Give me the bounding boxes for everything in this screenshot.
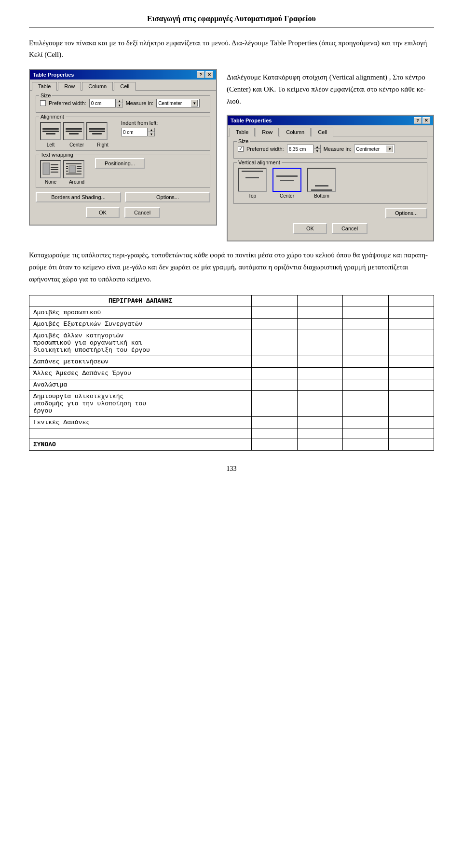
dialog2-bottom-icon[interactable] — [307, 168, 336, 192]
table-row: Αμοιβές άλλων κατηγοριώνπροσωπικού για ο… — [29, 330, 434, 356]
align-line-9 — [92, 133, 102, 134]
dialog2-width-down[interactable]: ▼ — [314, 149, 321, 153]
page-title: Εισαγωγή στις εφαρμογές Αυτοματισμού Γρα… — [29, 14, 434, 27]
dialog2-preferred-width-row: ✓ Preferred width: 6,35 cm ▲ ▼ Measure i… — [238, 145, 423, 153]
dialog2-ok-btn[interactable]: OK — [293, 223, 327, 234]
dialog2-close-btn[interactable]: ✕ — [422, 117, 430, 124]
dialog1-width-up[interactable]: ▲ — [116, 99, 123, 103]
dialog2-tab-cell[interactable]: Cell — [312, 128, 333, 136]
dialog1-preferred-width-row: Preferred width: 0 cm ▲ ▼ Measure in: Ce… — [40, 99, 206, 107]
dialog1-wrap-around-icon[interactable] — [63, 160, 84, 178]
dialog1-center-label: Center — [66, 142, 87, 147]
table-cell — [388, 416, 434, 428]
dialog2-width-up[interactable]: ▲ — [314, 145, 321, 149]
dialog1-preferred-width-checkbox[interactable] — [40, 100, 46, 106]
dialog1-indent-up[interactable]: ▲ — [148, 128, 155, 132]
table-properties-dialog-1[interactable]: Table Properties ? ✕ Table Row Column Ce… — [29, 69, 217, 226]
dialog1-cancel-btn[interactable]: Cancel — [124, 207, 160, 218]
dialog2-measure-value: Centimeter — [356, 147, 380, 152]
table-cell — [297, 390, 342, 416]
dialog1-measure-arrow[interactable]: ▼ — [191, 100, 198, 107]
dialog1-ok-btn[interactable]: OK — [86, 207, 120, 218]
dialog1-align-icons-area: Left Center Right — [40, 120, 113, 147]
v-line-1 — [242, 171, 263, 172]
dialog2-top-icon[interactable] — [238, 168, 267, 192]
dialog1-wrap-none-icon[interactable] — [40, 160, 61, 178]
dialog1-borders-btn[interactable]: Borders and Shading... — [36, 192, 121, 202]
dialog1-tab-cell[interactable]: Cell — [114, 82, 136, 91]
table-cell — [343, 356, 388, 367]
dialog1-tab-table[interactable]: Table — [32, 82, 57, 91]
dialog1-close-btn[interactable]: ✕ — [205, 71, 213, 78]
dialog1-tab-row[interactable]: Row — [58, 82, 81, 91]
table-cell — [252, 428, 297, 439]
align-line-2 — [42, 131, 59, 132]
align-line-3 — [46, 133, 55, 134]
dialog2-preferred-width-input[interactable]: 6,35 cm ▲ ▼ — [287, 145, 321, 153]
dialog1-tabs: Table Row Column Cell — [30, 80, 216, 91]
dialog1-indent-input[interactable]: 0 cm ▲ ▼ — [121, 128, 206, 136]
dialog1-indent-down[interactable]: ▼ — [148, 132, 155, 136]
table-cell — [297, 428, 342, 439]
dialog2-measure-arrow[interactable]: ▼ — [386, 146, 393, 152]
dialog1-measure-dropdown[interactable]: Centimeter ▼ — [156, 99, 200, 107]
dialog1-indent-row: Indent from left: — [121, 120, 206, 126]
dialog2-tab-table[interactable]: Table — [230, 128, 255, 136]
table-cell — [343, 367, 388, 379]
dialog1-width-down[interactable]: ▼ — [116, 103, 123, 107]
dialog2-measure-dropdown[interactable]: Centimeter ▼ — [354, 145, 395, 153]
dialog2-center-icon[interactable] — [272, 168, 301, 192]
table-cell: Δαπάνες μετακινήσεων — [29, 356, 252, 367]
dialog2-valign-label: Vertical alignment — [237, 160, 282, 165]
table-cell — [297, 356, 342, 367]
table-properties-dialog-2[interactable]: Table Properties ? ✕ Table Row Column Ce… — [227, 115, 434, 241]
dialog2-titlebar: Table Properties ? ✕ — [228, 116, 433, 125]
dialog2-cancel-btn[interactable]: Cancel — [332, 223, 368, 234]
dialog2-tab-column[interactable]: Column — [280, 128, 311, 136]
table-cell — [297, 367, 342, 379]
table-cell — [252, 356, 297, 367]
dialog2-width-value[interactable]: 6,35 cm — [287, 145, 313, 153]
dialog2-help-btn[interactable]: ? — [414, 117, 422, 124]
dialog2-size-group: Size ✓ Preferred width: 6,35 cm ▲ ▼ — [233, 141, 427, 159]
table-cell: Αμοιβές άλλων κατηγοριώνπροσωπικού για ο… — [29, 330, 252, 356]
table-row: Αναλώσιμα — [29, 379, 434, 390]
section-para: Καταχωρούμε τις υπόλοιπες περι-γραφές, τ… — [29, 249, 434, 285]
dialog1-alignment-group: Alignment — [36, 117, 210, 151]
dialog1-left-label: Left — [40, 142, 61, 147]
dialog1-wrap-around-label: Around — [66, 179, 87, 185]
dialog2-tab-row[interactable]: Row — [256, 128, 279, 136]
main-content-block: Table Properties ? ✕ Table Row Column Ce… — [29, 69, 434, 241]
dialog1-size-label: Size — [39, 93, 52, 98]
dialog1-preferred-width-input[interactable]: 0 cm ▲ ▼ — [89, 99, 123, 107]
table-cell — [297, 307, 342, 318]
align-line-1 — [42, 128, 59, 130]
table-cell — [343, 330, 388, 356]
dialog2-options-btn[interactable]: Options... — [385, 208, 427, 218]
dialog1-textwrap-label: Text wrapping — [39, 152, 75, 158]
table-cell: Άλλες Άμεσες Δαπάνες Έργου — [29, 367, 252, 379]
dialog1-help-btn[interactable]: ? — [197, 71, 204, 78]
dialog1-tab-column[interactable]: Column — [82, 82, 113, 91]
dialog1-indent-value[interactable]: 0 cm — [121, 128, 148, 136]
dialog1-options-btn[interactable]: Options... — [125, 192, 210, 202]
dialog2-size-label: Size — [237, 138, 250, 144]
dialog2-top-label: Top — [248, 193, 256, 199]
dialog2-preferred-width-checkbox[interactable]: ✓ — [238, 146, 244, 152]
table-cell — [388, 330, 434, 356]
table-cell — [388, 367, 434, 379]
dialog1-align-center-icon[interactable] — [63, 122, 84, 140]
align-line-4 — [66, 128, 82, 130]
table-body: Αμοιβές προσωπικού Αμοιβές Εξωτερικών Συ… — [29, 307, 434, 450]
dialog1-width-value[interactable]: 0 cm — [89, 99, 116, 107]
table-row: Αμοιβές Εξωτερικών Συνεργατών — [29, 318, 434, 330]
table-cell — [388, 428, 434, 439]
dialog1-align-right-icon[interactable] — [86, 122, 108, 140]
v-line-4 — [280, 180, 294, 181]
data-table: ΠΕΡΙΓΡΑΦΗ ΔΑΠΑΝΗΣ Αμοιβές προσωπικού Αμο… — [29, 295, 434, 451]
table-cell — [252, 390, 297, 416]
dialog1-positioning-btn[interactable]: Positioning... — [95, 158, 145, 169]
dialog1-wrap-labels: None Around — [40, 179, 87, 185]
table-header-row: ΠΕΡΙΓΡΑΦΗ ΔΑΠΑΝΗΣ — [29, 295, 434, 307]
dialog1-align-left-icon[interactable] — [40, 122, 61, 140]
